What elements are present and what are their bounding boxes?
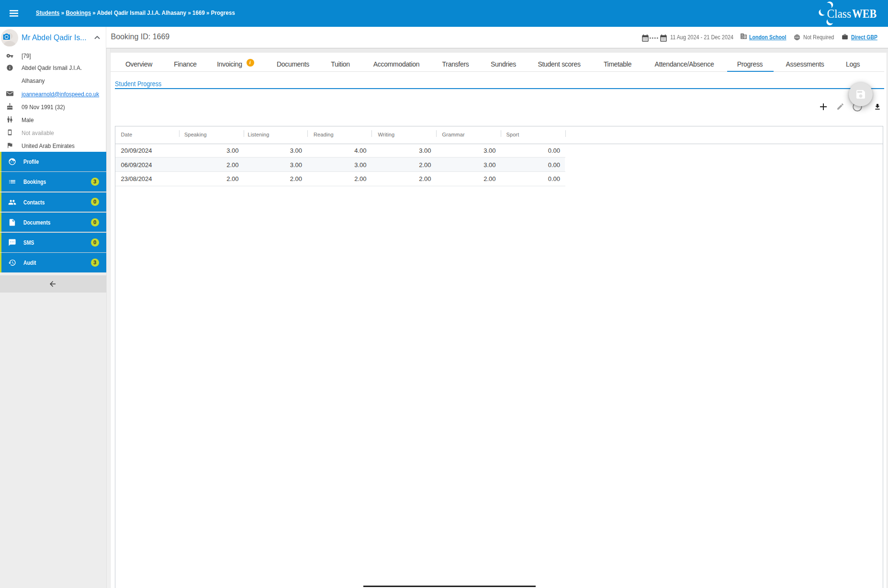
svg-text:Class: Class [827, 7, 852, 21]
svg-text:WEB: WEB [852, 7, 877, 21]
